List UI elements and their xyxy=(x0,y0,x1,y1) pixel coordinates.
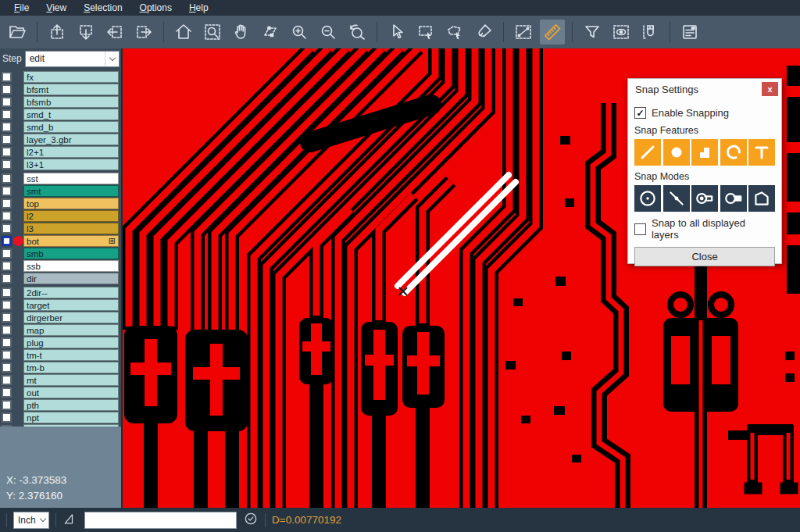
layer-label[interactable]: bot ⊞ xyxy=(23,235,119,247)
layer-row[interactable]: l2+1 xyxy=(0,146,121,158)
layer-row[interactable]: smb xyxy=(0,248,121,259)
ruler-button[interactable] xyxy=(540,20,565,45)
layer-row[interactable]: target xyxy=(0,299,121,311)
layer-visibility-checkbox[interactable] xyxy=(2,97,12,107)
layer-visibility-checkbox[interactable] xyxy=(2,412,12,423)
layer-label[interactable]: smt xyxy=(23,185,119,197)
pan-button[interactable] xyxy=(229,20,254,45)
layer-visibility-checkbox[interactable] xyxy=(2,147,12,157)
select-rectangle-button[interactable] xyxy=(413,20,438,45)
layer-label[interactable]: map xyxy=(23,324,119,336)
layer-label[interactable]: top xyxy=(23,198,119,209)
layer-row[interactable]: out xyxy=(0,387,121,398)
layer-visibility-checkbox[interactable] xyxy=(2,109,12,120)
layer-visibility-checkbox[interactable] xyxy=(2,198,12,209)
snap-feature-text-button[interactable] xyxy=(748,139,775,166)
layer-row[interactable]: pth xyxy=(0,399,121,411)
export-top-button[interactable] xyxy=(45,20,70,45)
layer-label[interactable]: sst xyxy=(23,173,119,184)
layer-label[interactable]: bfsmt xyxy=(23,84,119,95)
layer-visibility-checkbox[interactable] xyxy=(2,273,12,284)
layer-row[interactable]: l2 xyxy=(0,210,121,222)
snap-all-layers-checkbox[interactable] xyxy=(634,223,646,235)
menu-item[interactable]: Help xyxy=(181,1,216,15)
layer-visibility-checkbox[interactable] xyxy=(2,325,12,335)
snap-button[interactable] xyxy=(638,20,662,45)
layer-label[interactable]: l2+1 xyxy=(23,146,119,158)
layer-visibility-checkbox[interactable] xyxy=(2,300,12,310)
layer-label[interactable]: l3 xyxy=(23,223,119,234)
enable-snapping-checkbox[interactable] xyxy=(634,107,646,119)
close-button[interactable]: Close xyxy=(634,247,775,266)
export-bottom-button[interactable] xyxy=(73,20,98,45)
snap-mode-slot-center-button[interactable] xyxy=(691,185,718,212)
menu-item[interactable]: File xyxy=(6,1,37,15)
snap-mode-slot-outline-button[interactable] xyxy=(720,185,747,212)
layer-label[interactable]: smd_b xyxy=(23,121,119,133)
layer-row[interactable]: npt xyxy=(0,412,121,423)
layer-visibility-checkbox[interactable] xyxy=(2,287,12,298)
filter-button[interactable] xyxy=(580,20,605,45)
layer-row[interactable]: smd_t xyxy=(0,109,121,120)
layer-label[interactable]: npt xyxy=(23,412,119,423)
layer-visibility-checkbox[interactable] xyxy=(2,375,12,385)
layer-label[interactable]: pth xyxy=(23,399,119,411)
layer-row[interactable]: map xyxy=(0,324,121,336)
select-polygon-button[interactable] xyxy=(442,20,467,45)
view-options-button[interactable] xyxy=(609,20,634,45)
snap-feature-pad-button[interactable] xyxy=(663,139,690,166)
layer-visibility-checkbox[interactable] xyxy=(2,400,12,410)
menu-item[interactable]: View xyxy=(38,1,74,15)
layer-row[interactable]: plug xyxy=(0,337,121,348)
layer-visibility-checkbox[interactable] xyxy=(2,72,12,82)
layer-row[interactable]: tm-b xyxy=(0,362,121,373)
layer-label[interactable]: tm-b xyxy=(23,362,119,373)
select-pointer-button[interactable] xyxy=(384,20,409,45)
layer-visibility-checkbox[interactable] xyxy=(2,122,12,132)
layer-visibility-checkbox[interactable] xyxy=(2,173,12,184)
apply-check-icon[interactable] xyxy=(243,511,259,530)
layer-label[interactable]: dir xyxy=(23,273,119,284)
layer-visibility-checkbox[interactable] xyxy=(2,211,12,221)
layer-label[interactable]: smb xyxy=(23,248,119,259)
dialog-close-icon[interactable]: x xyxy=(762,82,778,96)
menu-item[interactable]: Selection xyxy=(76,1,130,15)
layer-label[interactable]: l2 xyxy=(23,210,119,222)
layer-row[interactable]: mt xyxy=(0,374,121,386)
measure-line-button[interactable] xyxy=(511,20,536,45)
chevron-down-icon[interactable] xyxy=(105,52,119,66)
paint-button[interactable] xyxy=(471,20,496,45)
layer-row[interactable]: l3+1 xyxy=(0,159,121,170)
snap-feature-arc-button[interactable] xyxy=(720,139,747,166)
snap-feature-surface-button[interactable] xyxy=(691,139,718,166)
layer-label[interactable]: mt xyxy=(23,374,119,386)
layer-row[interactable]: ssb xyxy=(0,260,121,272)
layer-visibility-checkbox[interactable] xyxy=(2,84,12,95)
layer-label[interactable]: smd_t xyxy=(23,109,119,120)
layer-label[interactable]: out xyxy=(23,387,119,398)
layer-label[interactable]: ssb xyxy=(23,260,119,272)
layer-label[interactable]: l3+1 xyxy=(23,159,119,170)
layer-visibility-checkbox[interactable] xyxy=(2,387,12,398)
layer-label[interactable]: fx xyxy=(23,71,119,83)
snap-mode-center-button[interactable] xyxy=(634,185,661,212)
layer-row[interactable]: fx xyxy=(0,71,121,83)
layer-row[interactable]: l3 xyxy=(0,223,121,234)
layer-row[interactable]: smt xyxy=(0,185,121,197)
layer-row[interactable]: top xyxy=(0,198,121,209)
zoom-previous-button[interactable] xyxy=(345,20,370,45)
layer-row[interactable]: dirgerber xyxy=(0,312,121,323)
layer-visibility-checkbox[interactable] xyxy=(2,362,12,373)
layer-label[interactable]: dirgerber xyxy=(23,312,119,323)
layer-visibility-checkbox[interactable] xyxy=(2,236,12,246)
layer-row[interactable]: bot ⊞ xyxy=(0,235,121,247)
layer-visibility-checkbox[interactable] xyxy=(2,350,12,360)
export-right-button[interactable] xyxy=(131,20,156,45)
layer-row[interactable]: 2dir-- xyxy=(0,287,121,298)
layer-row[interactable]: smd_b xyxy=(0,121,121,133)
snap-mode-midpoint-button[interactable] xyxy=(663,185,690,212)
layer-label[interactable]: 2dir-- xyxy=(23,287,119,298)
layer-label[interactable]: tm-t xyxy=(23,349,119,361)
layer-visibility-checkbox[interactable] xyxy=(2,159,12,170)
zoom-home-button[interactable] xyxy=(171,20,196,45)
